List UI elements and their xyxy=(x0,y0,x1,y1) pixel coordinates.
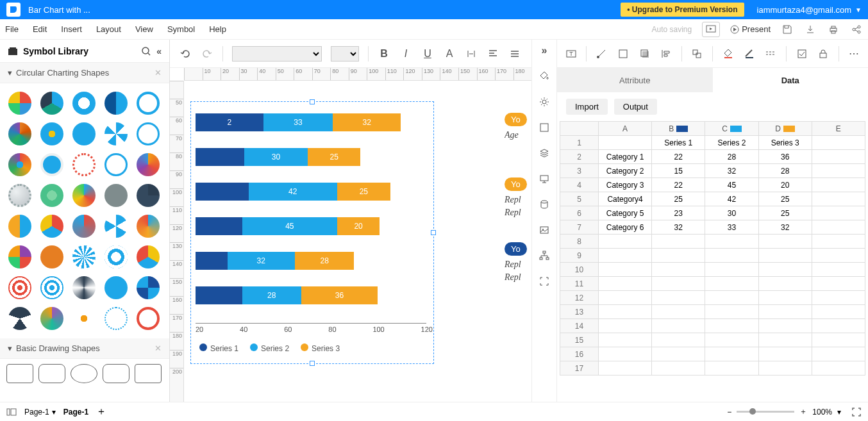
focus-icon[interactable] xyxy=(537,274,551,288)
fullscreen-icon[interactable] xyxy=(851,407,862,417)
bar-chart[interactable]: 2333230254225452032282836 xyxy=(196,113,426,320)
font-size-select[interactable] xyxy=(331,46,359,62)
category-circular[interactable]: ▾ Circular Charting Shapes ✕ xyxy=(0,63,169,83)
zoom-slider[interactable] xyxy=(737,411,794,413)
image-icon[interactable] xyxy=(537,223,551,237)
line-height-icon[interactable] xyxy=(508,47,521,60)
pill-label[interactable]: Yo xyxy=(505,177,527,191)
shape-item[interactable] xyxy=(103,213,129,240)
shape-item[interactable] xyxy=(38,120,65,147)
text-box-icon[interactable]: T xyxy=(565,47,577,60)
shape-item[interactable] xyxy=(71,151,97,178)
bold-icon[interactable]: B xyxy=(378,47,390,60)
shape-item[interactable] xyxy=(71,274,97,301)
menu-file[interactable]: File xyxy=(5,24,19,34)
shape-item[interactable] xyxy=(6,120,33,147)
menu-insert[interactable]: Insert xyxy=(61,24,82,34)
shape-item[interactable] xyxy=(135,120,162,147)
shape-item[interactable] xyxy=(71,213,97,240)
shape-item[interactable] xyxy=(71,305,97,332)
shape-item[interactable] xyxy=(103,305,129,332)
align-icon[interactable] xyxy=(487,47,499,60)
shape-item[interactable] xyxy=(38,151,65,178)
share-icon[interactable] xyxy=(850,23,863,36)
shape-item[interactable] xyxy=(135,305,162,332)
lock-icon[interactable] xyxy=(817,47,829,60)
shape-item[interactable] xyxy=(6,274,33,301)
database-icon[interactable] xyxy=(537,197,551,211)
more-icon[interactable]: ⋯ xyxy=(848,47,860,60)
slideshow-icon-button[interactable] xyxy=(702,22,720,37)
menu-view[interactable]: View xyxy=(135,24,153,34)
page-tab[interactable]: Page-1 xyxy=(63,408,88,417)
menu-symbol[interactable]: Symbol xyxy=(167,24,195,34)
save-icon[interactable] xyxy=(781,23,794,36)
page-icon[interactable] xyxy=(537,120,551,135)
shape-ellipse[interactable] xyxy=(71,364,97,383)
shape-roundrect[interactable] xyxy=(38,364,65,383)
present-button[interactable]: Present xyxy=(730,24,771,34)
download-icon[interactable] xyxy=(804,23,817,36)
shape-outline-icon[interactable] xyxy=(617,47,630,60)
shape-rect[interactable] xyxy=(6,364,33,383)
shape-item[interactable] xyxy=(103,182,129,209)
pages-panel-icon[interactable] xyxy=(6,408,17,417)
user-menu[interactable]: iammurtaza4@gmail.com ▼ xyxy=(757,5,862,15)
line-style-icon[interactable] xyxy=(765,47,777,60)
shape-item[interactable] xyxy=(103,90,129,117)
shape-item[interactable] xyxy=(103,120,129,147)
shape-item[interactable] xyxy=(38,305,65,332)
category-basic[interactable]: ▾ Basic Drawing Shapes ✕ xyxy=(0,338,169,359)
shape-item[interactable] xyxy=(71,120,97,147)
print-icon[interactable] xyxy=(827,23,840,36)
shape-item[interactable] xyxy=(71,90,97,117)
shape-item[interactable] xyxy=(6,182,33,209)
group-icon[interactable] xyxy=(691,47,703,60)
sitemap-icon[interactable] xyxy=(537,249,551,263)
connector-icon[interactable] xyxy=(596,47,608,60)
shape-item[interactable] xyxy=(135,151,162,178)
line-color-icon[interactable] xyxy=(743,47,755,60)
shape-item[interactable] xyxy=(103,244,129,270)
checkbox-icon[interactable] xyxy=(796,47,808,60)
upgrade-button[interactable]: • Upgrade to Premium Version xyxy=(621,3,744,17)
shape-roundrect2[interactable] xyxy=(103,364,129,383)
menu-help[interactable]: Help xyxy=(209,24,226,34)
menu-layout[interactable]: Layout xyxy=(96,24,121,34)
fill-color-icon[interactable] xyxy=(722,47,734,60)
search-icon[interactable] xyxy=(141,46,151,56)
data-sheet[interactable]: ABCDE1Series 1Series 2Series 32Category … xyxy=(557,121,868,402)
collapse-left-icon[interactable]: « xyxy=(156,46,162,56)
page-select[interactable]: Page-1 ▾ xyxy=(24,408,56,417)
shape-item[interactable] xyxy=(38,182,65,209)
shape-item[interactable] xyxy=(71,182,97,209)
align-objects-icon[interactable] xyxy=(660,47,672,60)
shape-item[interactable] xyxy=(6,90,33,117)
font-color-icon[interactable]: A xyxy=(443,47,456,60)
shape-item[interactable] xyxy=(38,244,65,270)
shape-item[interactable] xyxy=(6,151,33,178)
expand-icon[interactable]: » xyxy=(537,44,551,58)
underline-icon[interactable]: U xyxy=(421,47,434,60)
shape-rect2[interactable] xyxy=(135,364,162,383)
layers-icon[interactable] xyxy=(537,146,551,160)
zoom-level[interactable]: 100% xyxy=(812,408,832,417)
close-icon[interactable]: ✕ xyxy=(154,68,162,78)
shape-item[interactable] xyxy=(135,244,162,270)
presentation-icon[interactable] xyxy=(537,172,551,186)
shape-item[interactable] xyxy=(103,151,129,178)
tab-attribute[interactable]: Attribute xyxy=(557,68,713,92)
pill-label[interactable]: Yo xyxy=(505,242,527,256)
undo-icon[interactable] xyxy=(179,47,192,60)
shape-item[interactable] xyxy=(135,182,162,209)
shape-item[interactable] xyxy=(6,305,33,332)
menu-edit[interactable]: Edit xyxy=(33,24,47,34)
shape-item[interactable] xyxy=(135,274,162,301)
shape-item[interactable] xyxy=(103,274,129,301)
add-page-icon[interactable]: ＋ xyxy=(96,405,106,418)
shape-shadow-icon[interactable] xyxy=(638,47,651,60)
shape-item[interactable] xyxy=(38,213,65,240)
canvas[interactable]: 1020304050607080901001101201301401501601… xyxy=(170,68,531,402)
output-button[interactable]: Output xyxy=(614,99,657,115)
shape-item[interactable] xyxy=(38,274,65,301)
